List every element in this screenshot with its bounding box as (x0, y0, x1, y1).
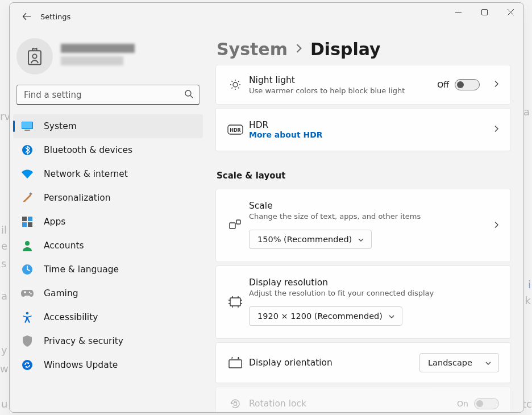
svg-line-7 (190, 96, 193, 98)
night-light-state: Off (437, 80, 449, 89)
close-button[interactable] (497, 3, 523, 21)
svg-point-23 (233, 82, 238, 87)
breadcrumb-parent[interactable]: System (217, 39, 288, 59)
badge-icon (26, 47, 43, 66)
night-light-card[interactable]: Night light Use warmer colors to help bl… (215, 65, 511, 105)
scale-sub: Change the size of text, apps, and other… (249, 212, 479, 221)
gamepad-icon (21, 287, 34, 300)
sidebar-item-label: Gaming (44, 288, 78, 298)
wifi-icon (21, 168, 34, 180)
person-icon (21, 239, 34, 252)
display-icon (21, 120, 34, 132)
close-icon (508, 9, 514, 15)
rotation-lock-title: Rotation lock (249, 399, 457, 409)
sidebar-item-label: Apps (44, 217, 65, 227)
rotation-lock-toggle[interactable] (474, 398, 499, 409)
sidebar-item-system[interactable]: System (13, 114, 203, 138)
chevron-down-icon (358, 235, 364, 244)
sidebar-item-bluetooth[interactable]: Bluetooth & devices (13, 138, 203, 162)
svg-point-17 (25, 241, 30, 246)
svg-point-22 (22, 360, 32, 370)
svg-rect-28 (230, 298, 240, 306)
clock-globe-icon (21, 263, 34, 276)
hdr-more-link[interactable]: More about HDR (249, 130, 479, 139)
sidebar-item-label: Network & internet (44, 169, 128, 179)
scale-value: 150% (Recommended) (257, 235, 352, 244)
chevron-down-icon (388, 312, 395, 321)
chevron-right-icon (494, 220, 499, 231)
resolution-icon (223, 296, 248, 308)
sidebar-item-privacy[interactable]: Privacy & security (13, 329, 203, 353)
chevron-right-icon (296, 43, 302, 56)
profile-block[interactable] (10, 35, 206, 85)
svg-rect-12 (29, 192, 32, 196)
svg-rect-15 (22, 222, 27, 227)
sidebar-item-update[interactable]: Windows Update (13, 353, 203, 377)
scale-card[interactable]: Scale Change the size of text, apps, and… (215, 189, 511, 262)
profile-name-redacted (61, 44, 135, 69)
svg-rect-26 (230, 223, 235, 229)
scale-icon (223, 218, 248, 232)
svg-rect-10 (24, 130, 30, 131)
chevron-right-icon (494, 80, 499, 90)
arrow-left-icon (22, 12, 31, 21)
maximize-button[interactable] (471, 3, 497, 21)
sidebar-item-personalization[interactable]: Personalization (13, 186, 203, 210)
back-button[interactable] (16, 6, 37, 27)
orientation-card: Display orientation Landscape (215, 342, 511, 383)
chevron-down-icon (485, 358, 492, 367)
avatar (16, 38, 53, 74)
svg-rect-4 (28, 51, 41, 64)
shield-icon (21, 335, 34, 347)
rotation-lock-state: On (457, 399, 468, 408)
sidebar-item-label: Privacy & security (44, 336, 123, 346)
scale-dropdown[interactable]: 150% (Recommended) (249, 230, 372, 249)
rotation-lock-icon (223, 397, 248, 410)
svg-text:HDR: HDR (230, 128, 241, 133)
search-input[interactable] (24, 90, 184, 100)
window-controls (445, 3, 523, 21)
svg-point-6 (185, 90, 191, 96)
sidebar-item-network[interactable]: Network & internet (13, 162, 203, 186)
sidebar-item-time[interactable]: Time & language (13, 258, 203, 281)
hdr-card[interactable]: HDR HDR More about HDR (215, 108, 511, 151)
rotation-lock-card: Rotation lock On (215, 387, 511, 412)
maximize-icon (481, 9, 488, 15)
scale-title: Scale (249, 201, 479, 211)
paintbrush-icon (21, 192, 34, 204)
svg-rect-16 (28, 222, 32, 227)
nav-list: System Bluetooth & devices Network & int… (10, 114, 206, 412)
sidebar-item-apps[interactable]: Apps (13, 210, 203, 234)
main-panel: System Display Night light Use warmer co… (206, 30, 523, 412)
bluetooth-icon (21, 144, 34, 156)
orientation-dropdown[interactable]: Landscape (419, 353, 499, 372)
svg-rect-27 (236, 220, 240, 224)
resolution-dropdown[interactable]: 1920 × 1200 (Recommended) (249, 306, 402, 326)
sidebar-item-label: Personalization (44, 193, 111, 203)
svg-rect-9 (22, 122, 32, 128)
minimize-button[interactable] (445, 3, 471, 21)
sidebar-item-accessibility[interactable]: Accessibility (13, 305, 203, 329)
hdr-title: HDR (249, 120, 479, 130)
sidebar-item-accounts[interactable]: Accounts (13, 234, 203, 258)
night-light-toggle[interactable] (455, 79, 480, 90)
svg-point-20 (30, 293, 32, 294)
update-icon (21, 359, 34, 371)
hdr-icon: HDR (223, 125, 248, 135)
sidebar-item-label: Bluetooth & devices (44, 145, 132, 155)
svg-rect-14 (28, 217, 32, 221)
search-icon (184, 89, 193, 101)
section-scale-layout: Scale & layout (217, 171, 511, 181)
sidebar-item-gaming[interactable]: Gaming (13, 281, 203, 305)
minimize-icon (455, 9, 462, 15)
svg-point-5 (32, 54, 36, 58)
svg-point-21 (26, 312, 28, 314)
apps-icon (21, 215, 34, 228)
accessibility-icon (21, 311, 34, 323)
resolution-card: Display resolution Adjust the resolution… (215, 265, 511, 339)
sidebar-item-label: Accessibility (44, 312, 98, 322)
svg-point-19 (29, 292, 31, 293)
search-setting[interactable] (16, 85, 200, 105)
svg-rect-13 (22, 217, 27, 221)
resolution-value: 1920 × 1200 (Recommended) (257, 312, 383, 321)
